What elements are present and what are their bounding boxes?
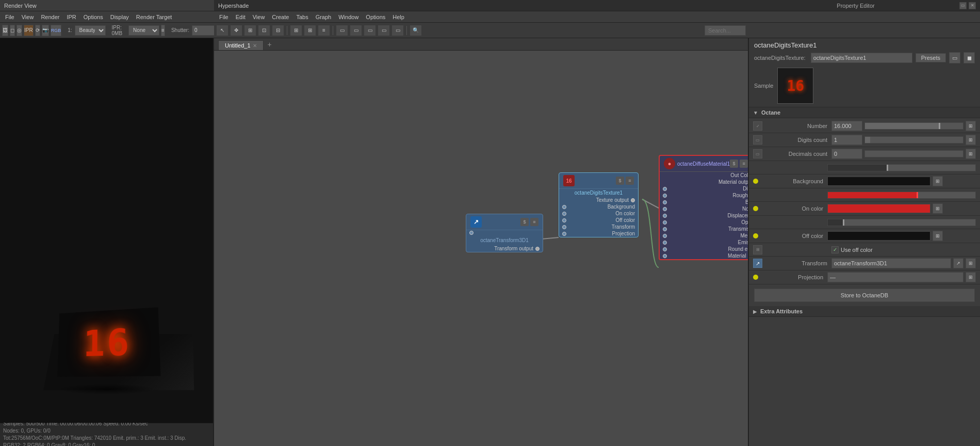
rv-btn-3[interactable]: ◎ — [17, 25, 22, 36]
octane-section-header[interactable]: ▼ Octane — [749, 107, 980, 118]
hs-btn-layout1[interactable]: ▭ — [336, 25, 348, 36]
beauty-dropdown[interactable]: Beauty — [75, 25, 106, 36]
menu-render[interactable]: Render — [38, 13, 62, 21]
menu-file-rv[interactable]: File — [2, 13, 18, 21]
transform-link-btn[interactable]: ↗ — [953, 258, 963, 268]
minimize-button[interactable]: ▭ — [959, 2, 967, 9]
prop-icon-btn-1[interactable]: ▭ — [949, 52, 960, 63]
hs-btn-tog[interactable]: ≡ — [318, 25, 330, 36]
menu-options-hs[interactable]: Options — [363, 13, 388, 21]
transform-sq-btn[interactable]: ⊞ — [966, 258, 976, 268]
rv-btn-ipr[interactable]: IPR — [24, 25, 34, 36]
transform-label: Transform — [764, 260, 831, 266]
background-sq-btn[interactable]: ⊞ — [933, 176, 943, 186]
menu-help-hs[interactable]: Help — [389, 13, 407, 21]
hs-btn-frame-sel[interactable]: ⊟ — [272, 25, 284, 36]
mat-out-material-row: Material output — [660, 179, 748, 185]
texture-btn-s[interactable]: $ — [616, 177, 624, 185]
hs-btn-snap[interactable]: ⊞ — [290, 25, 302, 36]
menu-graph-hs[interactable]: Graph — [313, 13, 335, 21]
rv-btn-cam[interactable]: ⟳ — [35, 25, 40, 36]
node-controls: $ ≡ — [520, 218, 538, 226]
number-slider[interactable] — [864, 122, 963, 130]
digits-input[interactable] — [831, 135, 862, 145]
octane-section-arrow: ▼ — [753, 110, 758, 116]
use-off-checkbox[interactable]: ✓ — [831, 246, 839, 253]
decimals-sq-btn[interactable]: ⊞ — [966, 149, 976, 159]
prop-row-use-off-color: ⊞ ✓ Use off color — [749, 243, 980, 257]
search-input[interactable] — [705, 25, 746, 36]
hypershade-canvas[interactable]: ↗ $ ≡ octaneTransform3D1 Transform outpu… — [214, 51, 748, 446]
bg-slider-content — [827, 164, 976, 171]
menu-render-target[interactable]: Render Target — [133, 13, 175, 21]
tab-add-btn[interactable]: + — [264, 39, 276, 50]
material-btn-s[interactable]: $ — [730, 160, 738, 168]
digits-slider[interactable] — [864, 136, 963, 144]
prop-row-off-slider — [749, 216, 980, 229]
number-sq-btn[interactable]: ⊞ — [966, 121, 976, 131]
number-input[interactable] — [831, 121, 862, 131]
use-off-left-icon: ⊞ — [753, 245, 762, 254]
hs-btn-layout2[interactable]: ▭ — [350, 25, 362, 36]
rv-btn-snap[interactable]: 📷 — [42, 25, 49, 36]
menu-view-hs[interactable]: View — [250, 13, 268, 21]
tab-untitled1[interactable]: Untitled_1 ✕ — [218, 40, 264, 50]
transform-input[interactable] — [831, 258, 951, 268]
hs-btn-layout3[interactable]: ▭ — [364, 25, 376, 36]
texture-btn-menu[interactable]: ≡ — [626, 177, 634, 185]
menu-window-hs[interactable]: Window — [335, 13, 362, 21]
texture-value-input[interactable] — [811, 53, 912, 63]
hs-btn-search[interactable]: 🔍 — [410, 25, 422, 36]
prop-icon-btn-2[interactable]: ◼ — [963, 52, 975, 63]
bg-color-slider[interactable] — [827, 164, 976, 171]
decimals-input[interactable] — [831, 149, 862, 159]
projection-sq-btn[interactable]: ⊞ — [966, 272, 976, 282]
in-dot-transform — [562, 225, 566, 229]
on-color-slider[interactable] — [827, 192, 976, 199]
extra-attributes-section[interactable]: ▶ Extra Attributes — [749, 306, 980, 317]
hs-btn-layout5[interactable]: ▭ — [391, 25, 404, 36]
material-btn-menu[interactable]: ≡ — [740, 160, 748, 168]
oncolor-yellow-dot — [753, 206, 758, 211]
rv-btn-1[interactable]: 🖼 — [2, 25, 8, 36]
oncolor-swatch[interactable] — [827, 204, 930, 213]
sample-area: Sample 16 — [754, 68, 975, 104]
hs-btn-layout4[interactable]: ▭ — [378, 25, 390, 36]
menu-file-hs[interactable]: File — [216, 13, 232, 21]
svg-line-0 — [542, 237, 559, 239]
hs-btn-grid[interactable]: ⊞ — [304, 25, 316, 36]
hs-btn-move[interactable]: ✥ — [230, 25, 242, 36]
node-btn-menu[interactable]: ≡ — [530, 218, 538, 226]
projection-input[interactable] — [827, 272, 963, 282]
menu-display[interactable]: Display — [107, 13, 132, 21]
menu-ipr[interactable]: IPR — [63, 13, 79, 21]
background-swatch[interactable] — [827, 177, 930, 186]
off-color-slider[interactable] — [827, 219, 976, 226]
store-to-octane-button[interactable]: Store to OctaneDB — [754, 289, 975, 302]
mat-in-dot-trans — [663, 227, 667, 231]
node-btn-s[interactable]: $ — [520, 218, 529, 226]
rv-btn-2[interactable]: ◻ — [10, 25, 15, 36]
menu-options-rv[interactable]: Options — [80, 13, 106, 21]
rv-color-mode[interactable]: RGB — [51, 25, 62, 36]
menu-create-hs[interactable]: Create — [269, 13, 292, 21]
digits-sq-btn[interactable]: ⊞ — [966, 135, 976, 145]
menu-view-rv[interactable]: View — [19, 13, 37, 21]
hs-btn-scale[interactable]: ⊞ — [244, 25, 256, 36]
hs-btn-zoom-fit[interactable]: ⊡ — [258, 25, 270, 36]
menu-tabs-hs[interactable]: Tabs — [293, 13, 311, 21]
none-dropdown[interactable]: None — [128, 25, 159, 36]
offcolor-sq-btn[interactable]: ⊞ — [933, 231, 943, 241]
hs-btn-select[interactable]: ↖ — [216, 25, 228, 36]
in-dot-bg — [562, 205, 566, 209]
tab-close-btn[interactable]: ✕ — [253, 43, 257, 49]
close-button[interactable]: ✕ — [969, 2, 976, 9]
presets-button[interactable]: Presets — [916, 53, 946, 62]
mat-in-dot-diffuse — [663, 187, 667, 191]
rv-btn-extra[interactable]: ≡ — [161, 25, 165, 36]
render-view-toolbar: 🖼 ◻ ◎ IPR ⟳ 📷 RGB 1: Beauty IPR: 0MB Non… — [0, 23, 214, 38]
decimals-slider[interactable] — [864, 150, 963, 157]
offcolor-swatch[interactable] — [827, 231, 930, 241]
oncolor-sq-btn[interactable]: ⊞ — [933, 203, 943, 214]
menu-edit-hs[interactable]: Edit — [233, 13, 249, 21]
